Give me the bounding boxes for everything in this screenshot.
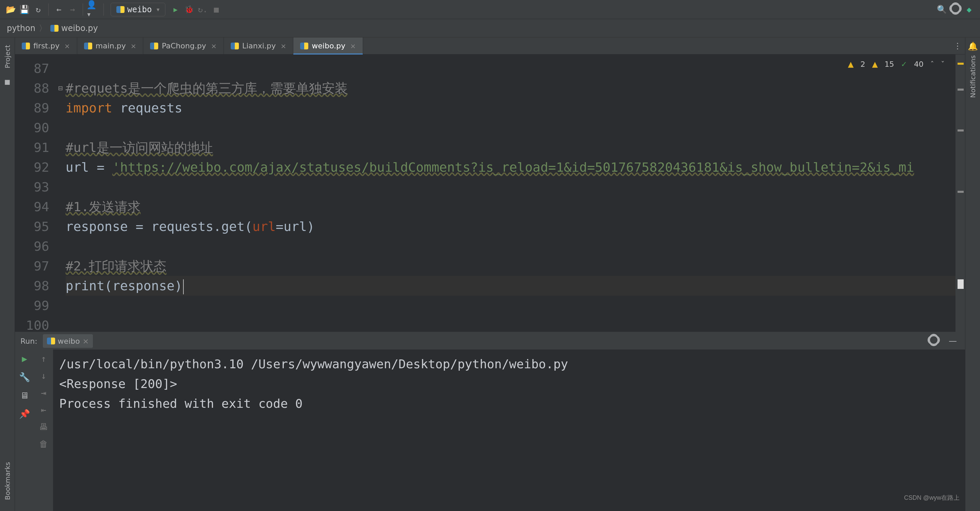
warning-count: 15 <box>885 60 894 69</box>
error-stripe[interactable] <box>956 54 965 332</box>
run-coverage-button[interactable]: ↻. <box>196 3 210 16</box>
tab-label: main.py <box>95 42 126 50</box>
marker-info[interactable] <box>958 129 964 131</box>
tab-label: Lianxi.py <box>242 42 276 50</box>
back-icon[interactable]: ← <box>52 3 66 16</box>
edit-config-icon[interactable]: 🔧 <box>19 372 30 382</box>
watermark: CSDN @wyw在路上 <box>904 488 959 508</box>
tab-label: first.py <box>33 42 60 50</box>
project-icon: ■ <box>5 77 10 86</box>
marker-caret[interactable] <box>958 279 964 289</box>
close-icon[interactable]: × <box>130 42 137 50</box>
typo-count: 40 <box>914 60 924 69</box>
python-icon <box>116 5 124 14</box>
marker-warning[interactable] <box>958 63 964 65</box>
soft-wrap-icon[interactable]: ⇥ <box>41 388 46 398</box>
user-icon[interactable]: 👤▾ <box>86 3 100 16</box>
error-count: 2 <box>861 60 865 69</box>
save-icon[interactable]: 💾 <box>18 3 31 16</box>
problems-down-icon[interactable]: ˇ <box>941 60 945 69</box>
attach-screen-icon[interactable]: 🖥 <box>20 390 29 401</box>
problems-widget[interactable]: ▲ 2 ▲ 15 ✓ 40 ˆ ˇ <box>848 60 945 69</box>
notifications-tool-button[interactable]: Notifications <box>969 55 977 98</box>
print-icon[interactable]: 🖶 <box>39 422 48 432</box>
console-line: Process finished with exit code 0 <box>59 394 959 414</box>
toolbar-sep <box>83 3 83 16</box>
run-config-name: weibo <box>127 5 152 14</box>
tab-first[interactable]: first.py × <box>15 37 77 54</box>
bookmarks-tool-button[interactable]: Bookmarks <box>3 462 11 500</box>
close-icon[interactable]: × <box>211 42 217 50</box>
marker-info[interactable] <box>958 89 964 91</box>
run-tool-strip-left: ▶ 🔧 🖥 📌 <box>15 350 34 511</box>
debug-button[interactable]: 🐞 <box>182 3 196 16</box>
settings-icon[interactable] <box>949 3 962 16</box>
clear-icon[interactable]: 🗑 <box>39 439 48 449</box>
right-tool-window-bar: 🔔 Notifications <box>965 37 980 511</box>
python-icon <box>47 337 55 345</box>
breadcrumb: python 〉 weibo.py <box>0 19 980 37</box>
breadcrumb-file[interactable]: weibo.py <box>61 24 98 33</box>
typo-icon: ✓ <box>901 60 907 69</box>
close-icon[interactable]: × <box>64 42 70 50</box>
close-icon[interactable]: × <box>281 42 286 50</box>
run-header: Run: weibo × — <box>15 332 965 350</box>
toolbar-sep <box>48 3 49 16</box>
python-icon <box>22 42 30 50</box>
gutter-line-numbers: 87888990919293949596979899100 <box>15 54 56 332</box>
project-tool-button[interactable]: Project <box>3 45 11 68</box>
breadcrumb-root[interactable]: python <box>7 24 35 33</box>
editor-tabs: first.py × main.py × PaChong.py × Lianxi… <box>15 37 965 54</box>
toolbar-sep <box>103 3 104 16</box>
run-title: Run: <box>21 337 37 345</box>
tab-lianxi[interactable]: Lianxi.py × <box>224 37 294 54</box>
close-icon[interactable]: × <box>83 337 89 345</box>
forward-icon[interactable]: → <box>66 3 79 16</box>
run-tool-window: Run: weibo × — ▶ 🔧 🖥 📌 ↑ ↓ <box>15 332 965 511</box>
breadcrumb-sep-icon: 〉 <box>39 23 47 34</box>
error-icon: ▲ <box>848 60 854 69</box>
tabs-more-icon[interactable]: ⋮ <box>950 37 965 54</box>
tab-main[interactable]: main.py × <box>77 37 143 54</box>
run-config-selector[interactable]: weibo ▼ <box>111 3 165 16</box>
down-stack-icon[interactable]: ↓ <box>41 370 46 381</box>
python-icon <box>231 42 239 50</box>
open-icon[interactable]: 📂 <box>4 3 18 16</box>
python-icon <box>84 42 92 50</box>
main-toolbar: 📂 💾 ↻ ← → 👤▾ weibo ▼ ▶ 🐞 ↻. ■ 🔍 ◆ <box>0 0 980 19</box>
marker-info[interactable] <box>958 191 964 193</box>
tab-pachong[interactable]: PaChong.py × <box>143 37 224 54</box>
python-icon <box>150 42 158 50</box>
rerun-button[interactable]: ▶ <box>22 354 27 364</box>
code-area[interactable]: #requets是一个爬虫的第三方库，需要单独安装import requests… <box>66 54 956 332</box>
notifications-icon[interactable]: 🔔 <box>968 42 978 51</box>
left-tool-window-bar: Project ■ Bookmarks <box>0 37 15 511</box>
run-tab[interactable]: weibo × <box>43 334 93 348</box>
pin-icon[interactable]: 📌 <box>19 409 30 419</box>
run-tool-strip-nav: ↑ ↓ ⇥ ⇤ 🖶 🗑 <box>34 350 53 511</box>
fold-gutter: ⊟ <box>56 54 66 332</box>
warning-icon: ▲ <box>872 60 878 69</box>
stop-button[interactable]: ■ <box>210 3 223 16</box>
console-line: /usr/local/bin/python3.10 /Users/wywwang… <box>59 354 959 374</box>
console-output[interactable]: /usr/local/bin/python3.10 /Users/wywwang… <box>53 350 965 511</box>
run-settings-icon[interactable] <box>927 334 940 348</box>
editor-area: first.py × main.py × PaChong.py × Lianxi… <box>15 37 965 511</box>
console-line: <Response [200]> <box>59 374 959 394</box>
code-editor[interactable]: 87888990919293949596979899100 ⊟ #requets… <box>15 54 965 332</box>
python-icon <box>50 24 59 32</box>
tab-label: weibo.py <box>312 42 345 50</box>
scroll-to-end-icon[interactable]: ⇤ <box>41 405 46 415</box>
run-minimize-icon[interactable]: — <box>946 334 959 348</box>
run-tab-label: weibo <box>58 337 80 345</box>
search-icon[interactable]: 🔍 <box>935 3 949 16</box>
dropdown-caret-icon: ▼ <box>156 7 159 12</box>
tab-weibo[interactable]: weibo.py × <box>293 37 363 54</box>
close-icon[interactable]: × <box>350 42 356 50</box>
sync-icon[interactable]: ↻ <box>31 3 45 16</box>
run-button[interactable]: ▶ <box>169 3 182 16</box>
problems-up-icon[interactable]: ˆ <box>930 60 934 69</box>
up-stack-icon[interactable]: ↑ <box>41 354 46 364</box>
python-icon <box>300 42 308 50</box>
ide-features-icon[interactable]: ◆ <box>962 3 976 16</box>
